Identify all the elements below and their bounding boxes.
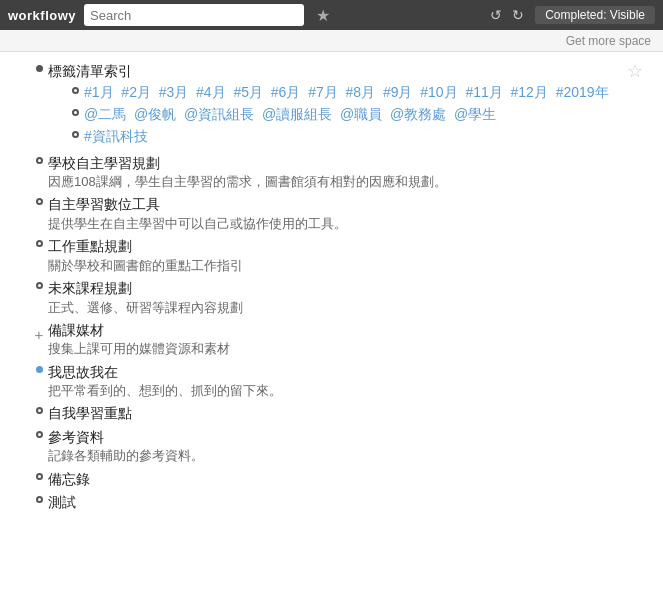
list-item: 備忘錄: [30, 470, 643, 490]
bullet-dot: [66, 109, 84, 116]
tag-link[interactable]: #10月: [420, 84, 457, 100]
undo-redo-group: ↺ ↻: [487, 7, 527, 23]
tag-link[interactable]: @讀服組長: [262, 106, 332, 122]
tag-link[interactable]: @職員: [340, 106, 382, 122]
subheader: Get more space: [0, 30, 663, 52]
header: workflowy ★ ↺ ↻ Completed: Visible: [0, 0, 663, 30]
tag-link[interactable]: #11月: [465, 84, 502, 100]
main-list: 標籤清單索引 #1月 #2月 #3月 #4月 #5月 #6月 #7月: [30, 62, 643, 513]
bullet-dot: [66, 87, 84, 94]
item-content: 自我學習重點: [48, 404, 643, 424]
search-bar[interactable]: [84, 4, 304, 26]
item-content: 工作重點規劃 關於學校和圖書館的重點工作指引: [48, 237, 643, 275]
bullet-dot: [30, 366, 48, 373]
dot-outline-icon: [36, 473, 43, 480]
bullet-dot: +: [30, 324, 48, 345]
tag-link[interactable]: #資訊科技: [84, 128, 148, 144]
bullet-dot: [66, 131, 84, 138]
list-item: 參考資料 記錄各類輔助的參考資料。: [30, 428, 643, 466]
item-desc: 因應108課綱，學生自主學習的需求，圖書館須有相對的因應和規劃。: [48, 173, 643, 191]
tech-tag-row: #資訊科技: [84, 128, 643, 146]
dot-outline-icon: [36, 407, 43, 414]
nested-list: #1月 #2月 #3月 #4月 #5月 #6月 #7月 #8月 #9月 #10月…: [66, 84, 643, 146]
search-input[interactable]: [90, 8, 298, 23]
tag-link[interactable]: #3月: [159, 84, 189, 100]
item-title: 自主學習數位工具: [48, 195, 643, 215]
list-item: 工作重點規劃 關於學校和圖書館的重點工作指引: [30, 237, 643, 275]
list-item: 自主學習數位工具 提供學生在自主學習中可以自己或協作使用的工具。: [30, 195, 643, 233]
item-title: 未來課程規劃: [48, 279, 643, 299]
tag-link[interactable]: #1月: [84, 84, 114, 100]
dot-outline-icon: [72, 109, 79, 116]
bullet-dot: [30, 157, 48, 164]
bullet-dot: [30, 65, 48, 72]
item-desc: 搜集上課可用的媒體資源和素材: [48, 340, 643, 358]
list-item: 學校自主學習規劃 因應108課綱，學生自主學習的需求，圖書館須有相對的因應和規劃…: [30, 154, 643, 192]
item-title: 工作重點規劃: [48, 237, 643, 257]
people-tags-row: @二馬 @俊帆 @資訊組長 @讀服組長 @職員 @教務處 @學生: [84, 106, 643, 124]
tag-link[interactable]: @教務處: [390, 106, 446, 122]
bullet-dot: [30, 473, 48, 480]
item-content: 學校自主學習規劃 因應108課綱，學生自主學習的需求，圖書館須有相對的因應和規劃…: [48, 154, 643, 192]
bullet-dot: [30, 431, 48, 438]
item-title: 我思故我在: [48, 363, 643, 383]
bullet-dot: [30, 282, 48, 289]
dot-outline-icon: [72, 131, 79, 138]
item-content: 備課媒材 搜集上課可用的媒體資源和素材: [48, 321, 643, 359]
dot-icon: [36, 65, 43, 72]
tag-link[interactable]: @資訊組長: [184, 106, 254, 122]
favorite-button[interactable]: ★: [312, 6, 334, 25]
item-content: 備忘錄: [48, 470, 643, 490]
item-desc: 關於學校和圖書館的重點工作指引: [48, 257, 643, 275]
tag-link[interactable]: #8月: [346, 84, 376, 100]
tag-link[interactable]: #4月: [196, 84, 226, 100]
undo-button[interactable]: ↺: [487, 7, 505, 23]
item-desc: 提供學生在自主學習中可以自己或協作使用的工具。: [48, 215, 643, 233]
list-item: 測試: [30, 493, 643, 513]
item-title: 自我學習重點: [48, 404, 643, 424]
dot-outline-icon: [72, 87, 79, 94]
tag-link[interactable]: @二馬: [84, 106, 126, 122]
item-desc: 正式、選修、研習等課程內容規劃: [48, 299, 643, 317]
tag-link[interactable]: #9月: [383, 84, 413, 100]
get-more-space-link[interactable]: Get more space: [566, 34, 651, 48]
item-title: 學校自主學習規劃: [48, 154, 643, 174]
tag-link[interactable]: #6月: [271, 84, 301, 100]
item-title: 標籤清單索引: [48, 63, 132, 79]
tag-link[interactable]: #5月: [233, 84, 263, 100]
bullet-dot: [30, 496, 48, 503]
list-item: #1月 #2月 #3月 #4月 #5月 #6月 #7月 #8月 #9月 #10月…: [66, 84, 643, 102]
item-content: 測試: [48, 493, 643, 513]
dot-outline-icon: [36, 157, 43, 164]
list-item: + 備課媒材 搜集上課可用的媒體資源和素材: [30, 321, 643, 359]
tag-link[interactable]: #2月: [121, 84, 151, 100]
item-content: 未來課程規劃 正式、選修、研習等課程內容規劃: [48, 279, 643, 317]
redo-button[interactable]: ↻: [509, 7, 527, 23]
tag-link[interactable]: #7月: [308, 84, 338, 100]
dot-outline-icon: [36, 431, 43, 438]
item-content: 自主學習數位工具 提供學生在自主學習中可以自己或協作使用的工具。: [48, 195, 643, 233]
tag-link[interactable]: #12月: [511, 84, 548, 100]
list-item: 自我學習重點: [30, 404, 643, 424]
tag-link[interactable]: @學生: [454, 106, 496, 122]
tag-link[interactable]: @俊帆: [134, 106, 176, 122]
item-desc: 記錄各類輔助的參考資料。: [48, 447, 643, 465]
bullet-dot: [30, 198, 48, 205]
list-item: @二馬 @俊帆 @資訊組長 @讀服組長 @職員 @教務處 @學生: [66, 106, 643, 124]
main-content: ☆ 標籤清單索引 #1月 #2月 #3月 #4月 #5月: [0, 52, 663, 589]
list-item: 標籤清單索引 #1月 #2月 #3月 #4月 #5月 #6月 #7月: [30, 62, 643, 150]
logo: workflowy: [8, 8, 76, 23]
item-desc: 把平常看到的、想到的、抓到的留下來。: [48, 382, 643, 400]
bullet-dot: [30, 240, 48, 247]
item-content: 參考資料 記錄各類輔助的參考資料。: [48, 428, 643, 466]
tag-link[interactable]: #2019年: [556, 84, 609, 100]
list-item: #資訊科技: [66, 128, 643, 146]
list-item: 我思故我在 把平常看到的、想到的、抓到的留下來。: [30, 363, 643, 401]
item-content: 標籤清單索引 #1月 #2月 #3月 #4月 #5月 #6月 #7月: [48, 62, 643, 150]
completed-toggle-button[interactable]: Completed: Visible: [535, 6, 655, 24]
dot-blue-icon: [36, 366, 43, 373]
item-title: 參考資料: [48, 428, 643, 448]
item-title: 備忘錄: [48, 470, 643, 490]
list-item: 未來課程規劃 正式、選修、研習等課程內容規劃: [30, 279, 643, 317]
dot-outline-icon: [36, 282, 43, 289]
